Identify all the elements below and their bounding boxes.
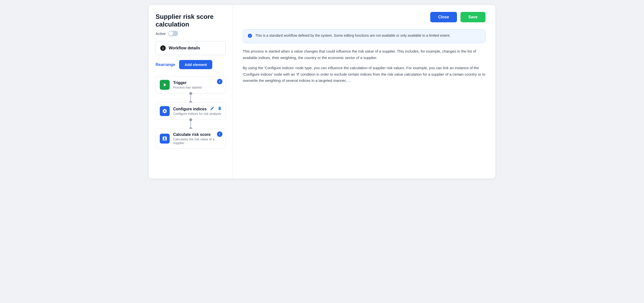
delete-configure-indices-button[interactable]: [217, 106, 222, 111]
nodes-container: Trigger Process has started i Configure …: [156, 74, 226, 149]
info-banner-icon: [248, 33, 252, 40]
right-header-actions: Close Save: [243, 12, 486, 22]
edit-configure-indices-button[interactable]: [210, 106, 215, 111]
trigger-icon: [160, 80, 170, 90]
configure-indices-icon: [160, 106, 170, 116]
calculate-risk-score-text: Calculate risk score Calculates the risk…: [173, 132, 222, 145]
content-body: This process is started when a value cha…: [243, 48, 486, 84]
trigger-info-badge[interactable]: i: [217, 79, 222, 84]
workflow-details-box[interactable]: i Workflow details: [156, 41, 226, 55]
active-toggle-row: Active: [156, 31, 226, 36]
trigger-subtitle: Process has started: [173, 86, 222, 89]
active-toggle[interactable]: [168, 31, 178, 36]
add-element-button[interactable]: Add element: [179, 60, 212, 69]
trigger-node[interactable]: Trigger Process has started i: [156, 76, 226, 94]
title-row: Supplier risk score calculation: [156, 13, 226, 28]
configure-indices-node[interactable]: Configure indices Configure indices for …: [156, 102, 226, 120]
connector-1: [190, 94, 191, 102]
calculate-risk-score-info-badge[interactable]: i: [217, 131, 222, 137]
page-container: Supplier risk score calculation Active i…: [148, 5, 496, 179]
info-dark-icon: i: [160, 45, 166, 51]
left-header: Supplier risk score calculation Active: [156, 13, 226, 36]
right-panel: Close Save This is a standard workflow d…: [233, 5, 496, 179]
calculate-risk-icon: [160, 134, 170, 144]
info-banner-text: This is a standard workflow defined by t…: [255, 33, 450, 38]
rearrange-button[interactable]: Rearrange: [156, 63, 175, 67]
configure-indices-actions: [210, 106, 222, 111]
action-row: Rearrange Add element: [156, 60, 226, 69]
content-paragraph-2: By using the 'Configure indices' node ty…: [243, 65, 486, 84]
save-button[interactable]: Save: [460, 12, 486, 22]
workflow-title: Supplier risk score calculation: [156, 13, 226, 28]
left-panel: Supplier risk score calculation Active i…: [148, 5, 233, 179]
active-label: Active: [156, 32, 166, 36]
calculate-risk-score-node[interactable]: Calculate risk score Calculates the risk…: [156, 129, 226, 149]
content-paragraph-1: This process is started when a value cha…: [243, 48, 486, 61]
configure-indices-subtitle: Configure indices for risk analysis: [173, 112, 222, 116]
connector-2: [190, 120, 191, 129]
calculate-risk-score-subtitle: Calculates the risk value of a supplier: [173, 137, 222, 145]
calculate-risk-score-title: Calculate risk score: [173, 132, 222, 137]
info-banner: This is a standard workflow defined by t…: [243, 29, 486, 43]
trigger-title: Trigger: [173, 81, 222, 85]
close-button[interactable]: Close: [430, 12, 457, 22]
trigger-text: Trigger Process has started: [173, 81, 222, 89]
workflow-details-label: Workflow details: [169, 46, 200, 50]
